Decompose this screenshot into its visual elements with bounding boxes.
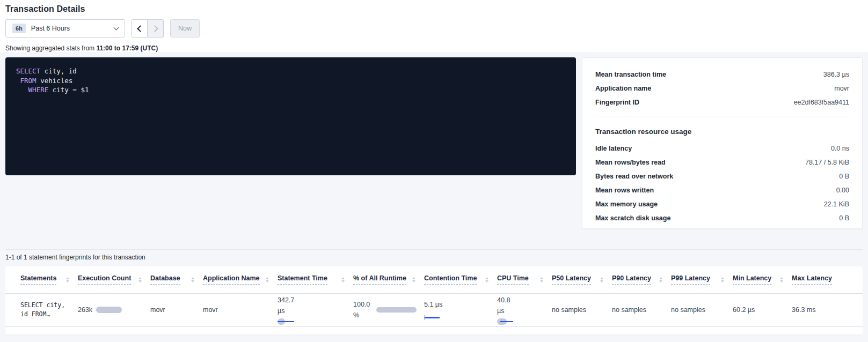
sort-icon[interactable] [266,277,269,282]
column-header-database[interactable]: Database [150,274,203,285]
p90-latency-cell: no samples [612,306,646,314]
resource-value: 78.17 / 5.8 KiB [805,159,849,166]
time-pager [132,19,164,38]
column-header-execution-count[interactable]: Execution Count [78,274,150,285]
statements-count-caption: 1-1 of 1 statement fingerprints for this… [5,254,863,261]
min-latency-cell: 60.2 µs [733,306,755,314]
sort-icon[interactable] [66,277,69,282]
resource-value: 0.0 ns [831,145,849,152]
aggregation-caption-prefix: Showing aggregated stats from [5,44,96,52]
sql-line: WHERE city = $1 [16,85,565,95]
resource-value: 0.00 [836,187,849,194]
sort-icon[interactable] [600,277,603,282]
table-header-row: Statements Execution Count Database Appl… [5,266,863,293]
execution-count-cell: 263k [78,306,150,314]
resource-label: Bytes read over network [595,173,673,180]
column-header-statement-time[interactable]: Statement Time [278,274,353,285]
sort-icon[interactable] [138,277,142,282]
summary-label: Application name [595,85,651,92]
resource-label: Mean rows written [595,187,654,194]
column-header-contention-time[interactable]: Contention Time [424,274,497,285]
column-header-application-name[interactable]: Application Name [203,274,278,285]
sort-icon[interactable] [659,277,662,282]
cpu-time-bar [497,318,514,325]
summary-label: Fingerprint ID [595,99,639,106]
summary-value: 386.3 µs [823,71,849,78]
column-header-pct-runtime[interactable]: % of All Runtime [353,274,424,285]
sort-icon[interactable] [721,277,724,282]
sql-statement-box: SELECT city, id FROM vehicles WHERE city… [5,57,576,175]
section-divider [5,249,863,250]
resource-row: Mean rows/bytes read 78.17 / 5.8 KiB [595,155,849,169]
contention-time-bar [424,315,440,320]
max-latency-cell: 36.3 ms [792,306,815,314]
sort-icon[interactable] [780,277,783,282]
page-header: Transaction Details 6h Past 6 Hours Now … [0,0,868,52]
resource-row: Mean rows written 0.00 [595,183,849,197]
summary-row: Application name movr [595,81,849,95]
database-cell: movr [150,306,165,314]
aggregation-caption-range: 11:00 to 17:59 (UTC) [96,44,158,52]
pct-runtime-bar [376,307,417,313]
statement-time-cell: 342.7 µs [278,295,353,325]
summary-row: Mean transaction time 386.3 µs [595,68,849,81]
transaction-summary-panel: Mean transaction time 386.3 µs Applicati… [582,57,863,229]
column-header-p50-latency[interactable]: P50 Latency [552,274,612,285]
sort-icon[interactable] [341,277,345,282]
chevron-down-icon [114,25,119,31]
resource-label: Idle latency [595,145,632,152]
column-header-statements[interactable]: Statements [20,274,78,285]
sort-icon[interactable] [412,277,415,282]
statement-link[interactable]: SELECT city, id FROM… [20,301,78,319]
next-time-button[interactable] [148,19,164,38]
resource-value: 22.1 KiB [824,200,849,208]
sort-icon[interactable] [485,277,488,282]
p99-latency-cell: no samples [671,306,705,314]
resource-value: 0 B [839,173,849,180]
resource-row: Bytes read over network 0 B [595,169,849,183]
time-range-badge: 6h [12,24,26,33]
application-name-cell: movr [203,306,218,314]
resource-label: Max memory usage [595,200,658,208]
sort-icon[interactable] [540,277,543,282]
resource-label: Max scratch disk usage [595,214,670,222]
resource-value: 0 B [839,214,849,222]
summary-value: movr [834,85,849,92]
table-row: SELECT city, id FROM… 263k movr movr [5,293,863,326]
time-range-picker[interactable]: 6h Past 6 Hours [5,19,125,38]
column-header-p99-latency[interactable]: P99 Latency [671,274,733,285]
pct-runtime-cell: 100.0 % [353,300,424,320]
sort-icon[interactable] [191,277,194,282]
now-button[interactable]: Now [170,19,200,38]
resource-label: Mean rows/bytes read [595,159,666,166]
statement-time-bar [278,318,296,325]
chevron-left-icon [137,25,144,32]
sql-line: SELECT city, id [16,66,565,76]
summary-value: ee2df683f5aa9411 [794,99,849,106]
aggregation-caption: Showing aggregated stats from 11:00 to 1… [5,44,863,52]
panel-divider [595,116,849,116]
cpu-time-cell: 40.8 µs [497,295,552,325]
chevron-right-icon [151,25,158,32]
contention-time-cell: 5.1 µs [424,300,497,320]
time-controls: 6h Past 6 Hours Now [5,19,863,38]
page-content: SELECT city, id FROM vehicles WHERE city… [0,52,868,334]
sql-line: FROM vehicles [16,76,565,86]
page-title: Transaction Details [5,4,863,14]
column-header-min-latency[interactable]: Min Latency [733,274,792,285]
resource-row: Max scratch disk usage 0 B [595,211,849,225]
execution-count-bar [96,307,122,313]
summary-row: Fingerprint ID ee2df683f5aa9411 [595,95,849,109]
resource-usage-title: Transaction resource usage [595,123,849,139]
p50-latency-cell: no samples [552,306,586,314]
column-header-cpu-time[interactable]: CPU Time [497,274,552,285]
resource-row: Idle latency 0.0 ns [595,142,849,155]
statements-table: Statements Execution Count Database Appl… [5,266,863,327]
column-header-max-latency[interactable]: Max Latency [792,274,863,285]
prev-time-button[interactable] [132,19,148,38]
statements-table-card: Statements Execution Count Database Appl… [5,266,863,334]
time-range-label: Past 6 Hours [31,25,70,32]
resource-row: Max memory usage 22.1 KiB [595,197,849,211]
summary-label: Mean transaction time [595,71,666,78]
column-header-p90-latency[interactable]: P90 Latency [612,274,671,285]
